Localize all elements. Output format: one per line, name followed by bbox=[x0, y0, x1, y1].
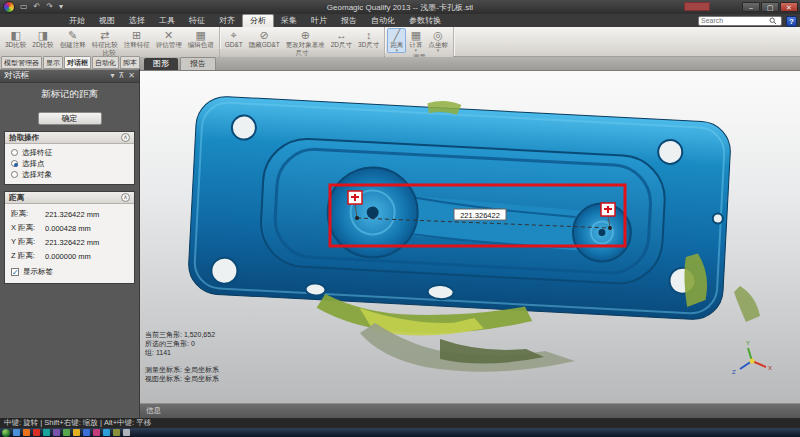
mouse-hint-text: 中键: 旋转 | Shift+右键: 缩放 | Alt+中键: 平移 bbox=[4, 418, 151, 428]
graphics-viewport[interactable]: 图形 报告 bbox=[140, 57, 800, 403]
panel-tab-display[interactable]: 显示 bbox=[43, 56, 63, 69]
tab-features[interactable]: 特征 bbox=[182, 15, 212, 27]
group-label-dimension: 尺寸 bbox=[220, 49, 385, 57]
panel-tab-script[interactable]: 脚本 bbox=[120, 56, 140, 69]
taskbar-app-icon[interactable] bbox=[23, 429, 30, 436]
info-line: 视图坐标系: 全局坐标系 bbox=[145, 374, 219, 383]
result-manager-button[interactable]: ✕评估管理 bbox=[153, 28, 185, 49]
gdt-button[interactable]: ⌖GD&T bbox=[222, 28, 246, 49]
undo-icon[interactable]: ↶ bbox=[34, 2, 41, 12]
compare-3d-button[interactable]: ◧3D比较 bbox=[2, 28, 29, 49]
taskbar-app-icon[interactable] bbox=[113, 429, 120, 436]
calculate-button[interactable]: ▦计算▾ bbox=[406, 28, 425, 53]
hide-gdt-button[interactable]: ⊘隐藏GD&T bbox=[246, 28, 283, 49]
close-button[interactable]: ✕ bbox=[780, 2, 798, 12]
start-button-icon[interactable] bbox=[2, 429, 10, 437]
edit-spectrum-button[interactable]: ▦编辑色谱 bbox=[185, 28, 217, 49]
taskbar-app-icon[interactable] bbox=[123, 429, 130, 436]
search-icon bbox=[769, 17, 777, 25]
dimension-2d-button[interactable]: ↔2D尺寸 bbox=[328, 28, 355, 49]
status-bar: 中键: 旋转 | Shift+右键: 缩放 | Alt+中键: 平移 bbox=[0, 418, 800, 428]
annotate-features-button[interactable]: ⊞注释特征 bbox=[121, 28, 153, 49]
taskbar-app-icon[interactable] bbox=[13, 429, 20, 436]
dialog-title: 新标记的距离 bbox=[0, 83, 139, 105]
create-annotation-button[interactable]: ✎创建注释 bbox=[57, 28, 89, 49]
tab-select[interactable]: 选择 bbox=[122, 15, 152, 27]
panel-tab-model-manager[interactable]: 模型管理器 bbox=[1, 56, 42, 69]
calculate-icon: ▦ bbox=[411, 29, 421, 41]
ribbon-tab-strip: 开始 视图 选择 工具 特征 对齐 分析 采集 叶片 报告 自动化 参数转换 ? bbox=[0, 14, 800, 27]
help-icon[interactable]: ? bbox=[786, 16, 797, 27]
axis-x-label: X bbox=[768, 365, 772, 371]
z-distance-row: Z 距离: 0.000000 mm bbox=[11, 249, 130, 263]
radio-label: 选择对象 bbox=[22, 170, 52, 180]
chevron-down-icon[interactable]: ▾ bbox=[110, 72, 114, 80]
taskbar-app-icon[interactable] bbox=[33, 429, 40, 436]
viewport-tab-graphics[interactable]: 图形 bbox=[144, 58, 178, 70]
windows-taskbar[interactable] bbox=[0, 428, 800, 437]
radio-icon bbox=[11, 171, 18, 178]
ok-button[interactable]: 确定 bbox=[38, 112, 102, 125]
search-input[interactable] bbox=[699, 17, 769, 25]
button-label: 隐藏GD&T bbox=[249, 41, 280, 48]
axis-z-label: Z bbox=[732, 369, 736, 375]
radio-select-object[interactable]: 选择对象 bbox=[11, 169, 130, 180]
pin-icon[interactable]: ⊼ bbox=[118, 72, 124, 80]
taskbar-app-icon[interactable] bbox=[103, 429, 110, 436]
point-coordinate-button[interactable]: ◎点坐标▾ bbox=[425, 28, 451, 53]
edit-spectrum-icon: ▦ bbox=[195, 29, 205, 41]
button-label: 更改对象基准 bbox=[286, 41, 325, 48]
3d-scene[interactable]: 221.326422 X Y Z bbox=[140, 71, 800, 403]
compare-2d-button[interactable]: ◨2D比较 bbox=[29, 28, 56, 49]
panel-tab-dialog[interactable]: 对话框 bbox=[64, 56, 91, 69]
radio-select-feature[interactable]: 选择特征 bbox=[11, 147, 130, 158]
panel-close-icon[interactable]: ✕ bbox=[128, 72, 135, 80]
taskbar-app-icon[interactable] bbox=[83, 429, 90, 436]
tab-view[interactable]: 视图 bbox=[92, 15, 122, 27]
info-line: 当前三角形: 1,520,652 bbox=[145, 330, 219, 339]
distance-annotation-label[interactable]: 221.326422 bbox=[454, 209, 506, 220]
tab-blade[interactable]: 叶片 bbox=[304, 15, 334, 27]
feature-compare-button[interactable]: ⇄特征比较 bbox=[89, 28, 121, 49]
tab-analysis[interactable]: 分析 bbox=[242, 14, 274, 27]
section-title: 拾取操作 bbox=[9, 133, 121, 143]
customize-qat-icon[interactable]: ▾ bbox=[59, 2, 63, 12]
minimize-button[interactable]: – bbox=[742, 2, 760, 12]
taskbar-app-icon[interactable] bbox=[53, 429, 60, 436]
change-datum-button[interactable]: ⊕更改对象基准 bbox=[283, 28, 328, 49]
button-label: 3D尺寸 bbox=[358, 41, 379, 48]
tab-tools[interactable]: 工具 bbox=[152, 15, 182, 27]
tab-parametric-exchange[interactable]: 参数转换 bbox=[402, 15, 448, 27]
viewport-tab-report[interactable]: 报告 bbox=[180, 57, 216, 70]
tab-report[interactable]: 报告 bbox=[334, 15, 364, 27]
taskbar-app-icon[interactable] bbox=[93, 429, 100, 436]
redo-icon[interactable]: ↷ bbox=[46, 2, 53, 12]
taskbar-app-icon[interactable] bbox=[73, 429, 80, 436]
distance-section: 距离 ∧ 距离: 221.326422 mm X 距离: 0.000428 mm… bbox=[4, 191, 135, 284]
axis-y-label: Y bbox=[746, 340, 750, 346]
maximize-button[interactable]: ▢ bbox=[761, 2, 779, 12]
button-label: 编辑色谱 bbox=[188, 41, 214, 48]
app-logo-icon[interactable] bbox=[3, 1, 15, 13]
collapse-icon[interactable]: ∧ bbox=[121, 133, 130, 142]
tab-automation[interactable]: 自动化 bbox=[364, 15, 402, 27]
tab-capture[interactable]: 采集 bbox=[274, 15, 304, 27]
distance-button[interactable]: ╱距离▾ bbox=[387, 28, 406, 53]
dimension-3d-button[interactable]: ↕3D尺寸 bbox=[355, 28, 382, 49]
radio-icon-selected bbox=[11, 160, 18, 167]
panel-tab-automation[interactable]: 自动化 bbox=[92, 56, 119, 69]
tab-alignment[interactable]: 对齐 bbox=[212, 15, 242, 27]
row-label: X 距离: bbox=[11, 223, 45, 233]
row-label: 距离: bbox=[11, 209, 45, 219]
collapse-icon[interactable]: ∧ bbox=[121, 193, 130, 202]
button-label: 创建注释 bbox=[60, 41, 86, 48]
new-file-icon[interactable]: ▭ bbox=[20, 2, 28, 12]
taskbar-app-icon[interactable] bbox=[63, 429, 70, 436]
radio-select-point[interactable]: 选择点 bbox=[11, 158, 130, 169]
show-label-checkbox[interactable]: ✓ 显示标签 bbox=[11, 265, 130, 279]
tab-home[interactable]: 开始 bbox=[62, 15, 92, 27]
distance-row: 距离: 221.326422 mm bbox=[11, 207, 130, 221]
message-panel[interactable]: 信息 bbox=[140, 403, 800, 418]
ribbon-group-dimension: ⌖GD&T ⊘隐藏GD&T ⊕更改对象基准 ↔2D尺寸 ↕3D尺寸 尺寸 bbox=[220, 27, 386, 56]
taskbar-app-icon[interactable] bbox=[43, 429, 50, 436]
